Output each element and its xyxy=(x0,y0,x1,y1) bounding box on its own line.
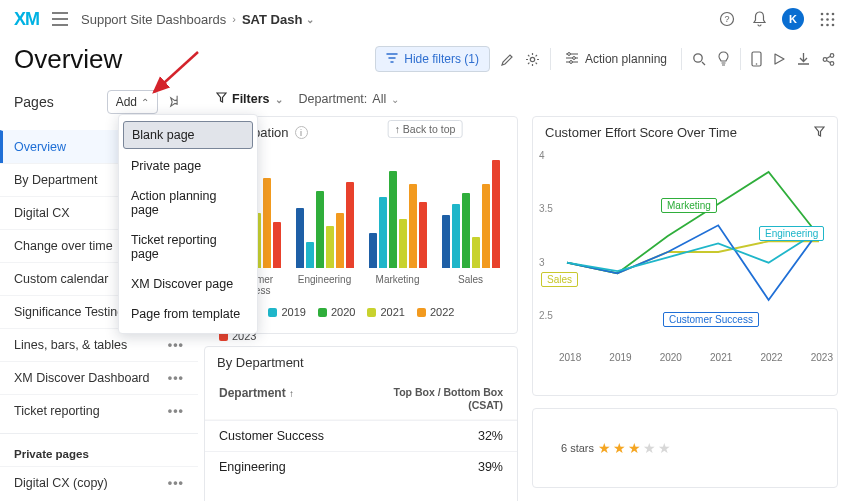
help-icon[interactable]: ? xyxy=(718,10,736,28)
search-icon[interactable] xyxy=(692,52,707,67)
bar xyxy=(492,160,500,268)
filter-icon[interactable] xyxy=(814,125,825,140)
svg-point-12 xyxy=(568,52,571,55)
sort-asc-icon: ↑ xyxy=(289,388,294,399)
more-icon[interactable]: ••• xyxy=(168,404,184,418)
svg-point-14 xyxy=(570,60,573,63)
bar xyxy=(296,208,304,269)
col-topbox[interactable]: Top Box / Bottom Box (CSAT) xyxy=(393,386,503,411)
breadcrumb-current[interactable]: SAT Dash⌄ xyxy=(242,12,314,27)
info-icon[interactable]: i xyxy=(295,126,308,139)
panel-stars: 6 stars ★ ★ ★ ★ ★ xyxy=(532,408,838,488)
apps-grid-icon[interactable] xyxy=(818,10,836,28)
bar xyxy=(273,222,281,268)
svg-point-6 xyxy=(826,18,829,21)
topbar-actions: ? K xyxy=(718,8,836,30)
more-icon[interactable]: ••• xyxy=(168,476,184,490)
filters-toggle[interactable]: Filters ⌄ xyxy=(216,92,283,106)
dropdown-item[interactable]: Page from template xyxy=(119,299,257,329)
bar xyxy=(442,215,450,268)
svg-point-18 xyxy=(823,57,827,61)
edit-icon[interactable] xyxy=(500,52,515,67)
svg-point-8 xyxy=(820,23,823,26)
bar xyxy=(462,193,470,268)
dropdown-item[interactable]: XM Discover page xyxy=(119,269,257,299)
hide-filters-button[interactable]: Hide filters (1) xyxy=(375,46,490,72)
bar xyxy=(379,197,387,269)
bar xyxy=(472,237,480,268)
svg-point-5 xyxy=(820,18,823,21)
download-icon[interactable] xyxy=(796,52,811,67)
star-icon: ★ xyxy=(658,440,671,456)
gear-icon[interactable] xyxy=(525,52,540,67)
sliders-icon xyxy=(565,52,579,67)
filter-icon xyxy=(386,52,398,66)
bar xyxy=(419,202,427,268)
page-title: Overview xyxy=(14,44,122,75)
bar xyxy=(452,204,460,268)
svg-point-2 xyxy=(820,12,823,15)
dropdown-item[interactable]: Blank page xyxy=(123,121,253,149)
bar xyxy=(369,233,377,268)
add-page-button[interactable]: Add⌃ xyxy=(107,90,158,114)
legend-item[interactable]: 2019 xyxy=(268,306,305,318)
series-label: Sales xyxy=(541,272,578,287)
add-page-dropdown: Blank pagePrivate pageAction planning pa… xyxy=(118,114,258,334)
legend-item[interactable]: 2021 xyxy=(367,306,404,318)
lightbulb-icon[interactable] xyxy=(717,51,730,67)
panel-title: Customer Effort Score Over Time xyxy=(545,125,737,140)
star-icon: ★ xyxy=(628,440,641,456)
series-label: Marketing xyxy=(661,198,717,213)
chevron-down-icon: ⌄ xyxy=(391,94,399,105)
bar xyxy=(336,213,344,268)
table-row[interactable]: Customer Success32% xyxy=(205,420,517,451)
legend-item[interactable]: 2022 xyxy=(417,306,454,318)
star-icon: ★ xyxy=(613,440,626,456)
panel-title: By Department xyxy=(217,355,304,370)
breadcrumb-parent[interactable]: Support Site Dashboards xyxy=(81,12,226,27)
svg-point-17 xyxy=(756,63,758,65)
star-icon: ★ xyxy=(643,440,656,456)
pin-icon[interactable] xyxy=(166,95,184,109)
funnel-icon xyxy=(216,92,227,106)
bar xyxy=(399,219,407,269)
star-icon: ★ xyxy=(598,440,611,456)
sidebar-item[interactable]: Digital CX (copy)••• xyxy=(0,466,198,499)
svg-point-9 xyxy=(826,23,829,26)
more-icon[interactable]: ••• xyxy=(168,371,184,385)
stars-label: 6 stars xyxy=(561,442,594,454)
svg-point-10 xyxy=(831,23,834,26)
bar xyxy=(409,184,417,268)
mobile-icon[interactable] xyxy=(751,51,762,67)
bar xyxy=(482,184,490,268)
svg-point-4 xyxy=(831,12,834,15)
brand-logo: XM xyxy=(14,9,39,30)
avatar[interactable]: K xyxy=(782,8,804,30)
table-row[interactable]: Engineering39% xyxy=(205,451,517,482)
menu-icon[interactable] xyxy=(51,10,69,28)
play-icon[interactable] xyxy=(772,52,786,66)
svg-point-15 xyxy=(694,53,702,61)
dropdown-item[interactable]: Private page xyxy=(119,151,257,181)
svg-point-11 xyxy=(530,57,534,61)
action-planning-button[interactable]: Action planning xyxy=(561,48,671,71)
bar xyxy=(263,178,271,268)
back-to-top-button[interactable]: ↑ Back to top xyxy=(388,120,463,138)
share-icon[interactable] xyxy=(821,52,836,67)
legend-item[interactable]: 2020 xyxy=(318,306,355,318)
panel-effort: Customer Effort Score Over Time 2.533.54… xyxy=(532,116,838,396)
sidebar-item[interactable]: Ticket reporting••• xyxy=(0,394,198,427)
sidebar-item[interactable]: XM Discover Dashboard••• xyxy=(0,361,198,394)
bell-icon[interactable] xyxy=(750,10,768,28)
col-department[interactable]: Department ↑ xyxy=(219,386,294,411)
more-icon[interactable]: ••• xyxy=(168,338,184,352)
department-filter[interactable]: Department: All ⌄ xyxy=(299,92,400,106)
bar xyxy=(326,226,334,268)
chevron-up-icon: ⌃ xyxy=(141,97,149,108)
panel-by-department: By Department Department ↑ Top Box / Bot… xyxy=(204,346,518,501)
line-chart: 2.533.54SalesMarketingEngineeringCustome… xyxy=(533,148,837,348)
svg-text:?: ? xyxy=(724,14,729,24)
svg-point-13 xyxy=(573,56,576,59)
dropdown-item[interactable]: Action planning page xyxy=(119,181,257,225)
dropdown-item[interactable]: Ticket reporting page xyxy=(119,225,257,269)
